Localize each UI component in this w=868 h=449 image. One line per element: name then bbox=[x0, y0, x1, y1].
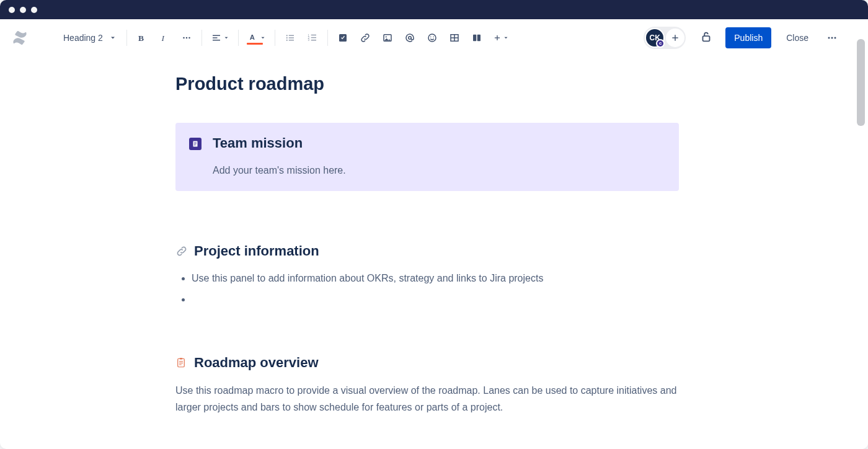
text-style-label: Heading 2 bbox=[63, 33, 103, 43]
bullet-list-button[interactable] bbox=[280, 28, 300, 48]
svg-text:B: B bbox=[138, 33, 144, 42]
svg-rect-18 bbox=[311, 37, 316, 38]
svg-rect-46 bbox=[180, 358, 183, 359]
svg-text:A: A bbox=[250, 33, 255, 41]
window-titlebar bbox=[0, 0, 868, 19]
text-color-dropdown[interactable]: A bbox=[244, 28, 270, 48]
svg-point-40 bbox=[835, 37, 836, 38]
numbered-list-button[interactable]: 123 bbox=[303, 28, 322, 48]
image-button[interactable] bbox=[378, 28, 397, 48]
svg-point-23 bbox=[386, 36, 387, 37]
page-more-button[interactable] bbox=[822, 28, 842, 48]
scrollbar-thumb[interactable] bbox=[857, 39, 865, 126]
section-project-info[interactable]: Project information bbox=[175, 243, 679, 259]
table-button[interactable] bbox=[445, 28, 464, 48]
svg-rect-42 bbox=[194, 143, 197, 143]
app-window: Heading 2 B I bbox=[0, 0, 868, 449]
emoji-button[interactable] bbox=[422, 28, 442, 48]
svg-rect-16 bbox=[311, 34, 316, 35]
window-min-dot[interactable] bbox=[20, 7, 26, 13]
text-color-swatch bbox=[247, 43, 263, 45]
chevron-down-icon bbox=[260, 35, 266, 41]
bold-button[interactable]: B bbox=[132, 28, 152, 48]
svg-point-27 bbox=[433, 36, 434, 37]
svg-point-38 bbox=[828, 37, 830, 38]
more-formatting-button[interactable] bbox=[177, 28, 197, 48]
svg-text:3: 3 bbox=[308, 38, 309, 42]
note-icon bbox=[189, 138, 202, 150]
presence-badge: c bbox=[656, 39, 665, 48]
svg-point-39 bbox=[831, 37, 833, 38]
alignment-dropdown[interactable] bbox=[207, 28, 233, 48]
panel-heading[interactable]: Team mission bbox=[213, 135, 346, 151]
panel-placeholder[interactable]: Add your team's mission here. bbox=[213, 165, 346, 176]
user-avatar[interactable]: CK c bbox=[645, 28, 665, 48]
chevron-down-icon bbox=[109, 34, 117, 42]
italic-button[interactable]: I bbox=[154, 28, 174, 48]
section-heading-text: Project information bbox=[194, 243, 319, 259]
svg-point-11 bbox=[286, 37, 287, 38]
section-heading-text: Roadmap overview bbox=[194, 355, 319, 371]
svg-point-25 bbox=[428, 34, 436, 42]
svg-point-13 bbox=[286, 39, 287, 40]
svg-rect-20 bbox=[311, 40, 316, 41]
chevron-down-icon bbox=[223, 35, 229, 41]
svg-rect-32 bbox=[477, 34, 480, 41]
svg-point-9 bbox=[286, 35, 287, 36]
publish-button[interactable]: Publish bbox=[725, 27, 771, 48]
add-collaborator-button[interactable] bbox=[666, 29, 684, 47]
mention-button[interactable] bbox=[400, 28, 420, 48]
svg-text:I: I bbox=[161, 33, 165, 42]
list-item-empty[interactable] bbox=[192, 291, 679, 303]
window-close-dot[interactable] bbox=[9, 7, 15, 13]
svg-point-3 bbox=[186, 37, 188, 38]
document[interactable]: Product roadmap Team mission Add your te… bbox=[175, 56, 679, 440]
restrictions-button[interactable] bbox=[699, 30, 713, 46]
action-item-button[interactable] bbox=[333, 28, 353, 48]
collaborators: CK c Publish Close bbox=[644, 27, 842, 49]
svg-rect-14 bbox=[289, 40, 294, 41]
info-panel[interactable]: Team mission Add your team's mission her… bbox=[175, 123, 679, 191]
clipboard-icon bbox=[175, 357, 188, 369]
link-button[interactable] bbox=[355, 28, 375, 48]
svg-rect-43 bbox=[194, 144, 197, 144]
svg-point-4 bbox=[188, 37, 190, 38]
svg-rect-37 bbox=[703, 36, 710, 41]
svg-rect-12 bbox=[289, 37, 294, 38]
scrollbar-track[interactable] bbox=[854, 19, 868, 449]
svg-rect-31 bbox=[473, 34, 476, 41]
list-item[interactable]: Use this panel to add information about … bbox=[192, 270, 679, 287]
layouts-button[interactable] bbox=[467, 28, 487, 48]
editor-toolbar: Heading 2 B I bbox=[0, 19, 854, 56]
page-title[interactable]: Product roadmap bbox=[175, 74, 679, 94]
project-info-list[interactable]: Use this panel to add information about … bbox=[175, 270, 679, 303]
link-icon bbox=[175, 245, 188, 257]
svg-rect-44 bbox=[194, 145, 196, 146]
window-max-dot[interactable] bbox=[31, 7, 37, 13]
svg-rect-10 bbox=[289, 35, 294, 36]
svg-point-2 bbox=[183, 37, 185, 38]
insert-dropdown[interactable] bbox=[489, 28, 513, 48]
svg-point-26 bbox=[430, 36, 432, 37]
close-button[interactable]: Close bbox=[780, 27, 815, 48]
section-roadmap[interactable]: Roadmap overview bbox=[175, 355, 679, 371]
text-style-dropdown[interactable]: Heading 2 bbox=[58, 28, 122, 48]
chevron-down-icon bbox=[503, 35, 509, 41]
roadmap-body[interactable]: Use this roadmap macro to provide a visu… bbox=[175, 382, 679, 416]
confluence-logo-icon bbox=[11, 29, 29, 47]
